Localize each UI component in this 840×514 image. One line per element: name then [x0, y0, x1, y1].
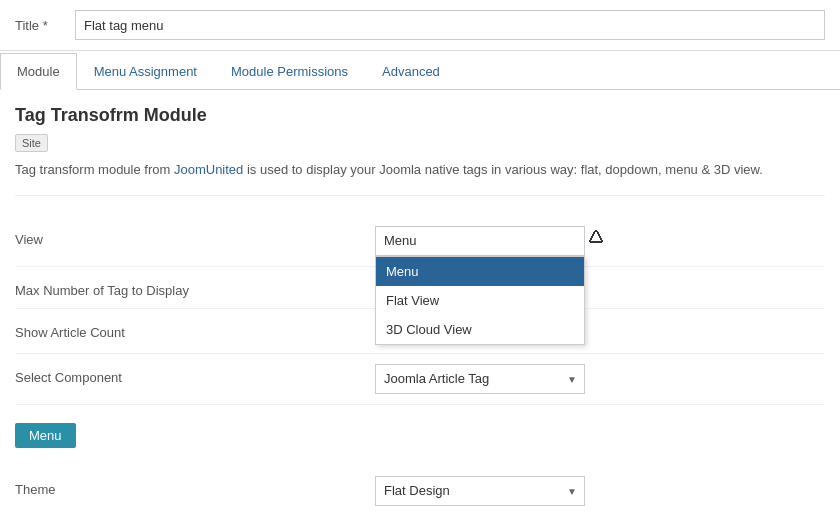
- theme-field: Flat Design ▼: [375, 476, 825, 506]
- view-dropdown-container: Menu 🛆 Menu Flat View 3D Cloud View: [375, 226, 585, 256]
- module-description: Tag transform module from JoomUnited is …: [15, 160, 825, 196]
- tab-module-permissions[interactable]: Module Permissions: [214, 53, 365, 89]
- view-option-flat[interactable]: Flat View: [376, 286, 584, 315]
- tab-advanced[interactable]: Advanced: [365, 53, 457, 89]
- joomUnited-link[interactable]: JoomUnited: [174, 162, 243, 177]
- select-component-row: Select Component Joomla Article Tag ▼: [15, 354, 825, 405]
- view-dropdown-trigger[interactable]: Menu 🛆: [375, 226, 585, 256]
- max-tags-label: Max Number of Tag to Display: [15, 277, 375, 298]
- tab-module[interactable]: Module: [0, 53, 77, 90]
- view-field: Menu 🛆 Menu Flat View 3D Cloud View: [375, 226, 825, 256]
- select-component-label: Select Component: [15, 364, 375, 385]
- view-selected-value: Menu: [384, 233, 554, 248]
- tab-menu-assignment[interactable]: Menu Assignment: [77, 53, 214, 89]
- select-component-select[interactable]: Joomla Article Tag: [375, 364, 585, 394]
- theme-row: Theme Flat Design ▼: [15, 466, 825, 515]
- site-badge: Site: [15, 134, 48, 152]
- module-heading: Tag Transofrm Module: [15, 105, 825, 126]
- view-option-menu[interactable]: Menu: [376, 257, 584, 286]
- view-row: View Menu 🛆 Menu Flat View 3D Cloud View: [15, 216, 825, 267]
- theme-select[interactable]: Flat Design: [375, 476, 585, 506]
- theme-label: Theme: [15, 476, 375, 497]
- view-dropdown-menu: Menu Flat View 3D Cloud View: [375, 256, 585, 345]
- select-component-field: Joomla Article Tag ▼: [375, 364, 825, 394]
- show-count-label: Show Article Count: [15, 319, 375, 340]
- view-option-3d[interactable]: 3D Cloud View: [376, 315, 584, 344]
- select-component-wrapper: Joomla Article Tag ▼: [375, 364, 585, 394]
- menu-badge: Menu: [15, 423, 76, 448]
- tabs-bar: Module Menu Assignment Module Permission…: [0, 53, 840, 90]
- menu-badge-row: Menu: [15, 405, 825, 466]
- description-text: Tag transform module from JoomUnited is …: [15, 162, 763, 177]
- title-input[interactable]: [75, 10, 825, 40]
- theme-select-wrapper: Flat Design ▼: [375, 476, 585, 506]
- title-row: Title *: [0, 0, 840, 51]
- view-label: View: [15, 226, 375, 247]
- cursor-pointer-icon: 🛆: [588, 229, 604, 247]
- title-label: Title *: [15, 18, 75, 33]
- module-content: Tag Transofrm Module Site Tag transform …: [0, 90, 840, 514]
